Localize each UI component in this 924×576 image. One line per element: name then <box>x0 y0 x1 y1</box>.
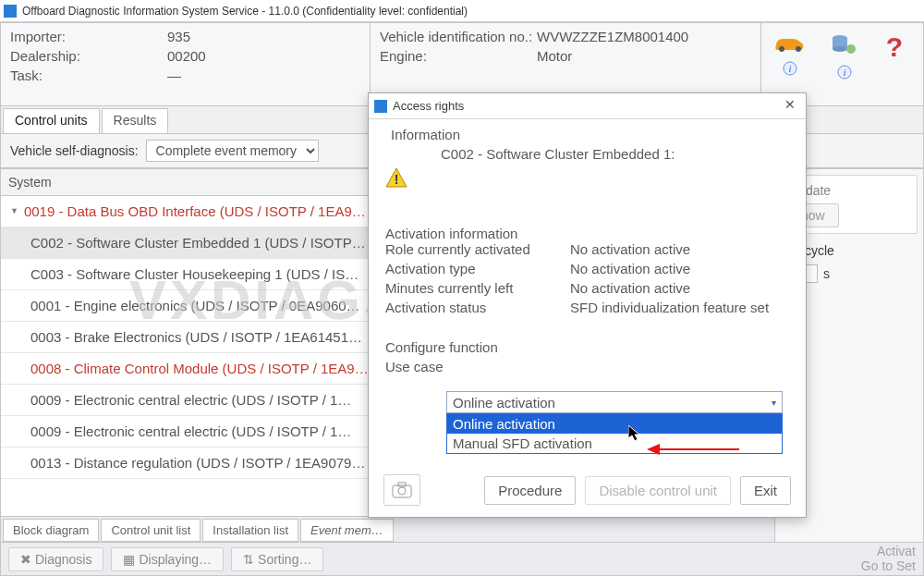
dialog-footer: Procedure Disable control unit Exit <box>369 474 806 506</box>
svg-point-6 <box>833 46 847 52</box>
svg-point-14 <box>398 487 406 495</box>
lower-tab-bar: Block diagram Control unit list Installa… <box>1 516 774 542</box>
diagnosis-mode-dropdown[interactable]: Complete event memory <box>146 140 319 162</box>
svg-text:i: i <box>844 67 846 78</box>
vin-label: Vehicle identification no.: <box>380 29 537 44</box>
information-line: C002 - Software Cluster Embedded 1: <box>441 146 789 162</box>
displaying-button[interactable]: ▦ Displaying… <box>111 547 224 571</box>
self-diagnosis-label: Vehicle self-diagnosis: <box>10 143 139 158</box>
astatus-label: Activation status <box>385 300 570 315</box>
exit-button[interactable]: Exit <box>740 476 791 505</box>
atype-label: Activation type <box>385 261 570 276</box>
svg-point-1 <box>796 46 801 52</box>
svg-point-7 <box>846 44 856 54</box>
access-rights-dialog: Access rights ✕ Information C002 - Softw… <box>368 92 807 518</box>
dialog-info-section: Information C002 - Software Cluster Embe… <box>369 119 806 198</box>
sort-icon: ⇅ <box>243 552 254 567</box>
tab-control-units[interactable]: Control units <box>3 108 100 133</box>
importer-value: 935 <box>167 29 360 44</box>
diagnosis-button[interactable]: ✖ Diagnosis <box>8 547 103 571</box>
info-icon[interactable]: i <box>783 61 797 79</box>
usecase-option[interactable]: Online activation <box>447 414 782 434</box>
activate-windows-hint: Activat Go to Set <box>861 545 916 573</box>
titlebar: Offboard Diagnostic Information System S… <box>0 0 924 22</box>
sorting-button[interactable]: ⇅ Sorting… <box>231 547 323 571</box>
engine-label: Engine: <box>380 48 537 64</box>
car-icon[interactable] <box>773 32 807 55</box>
cycle-unit: s <box>823 266 830 281</box>
dealership-value: 00200 <box>167 48 360 64</box>
disable-cu-button: Disable control unit <box>585 476 731 505</box>
chevron-down-icon: ▾ <box>772 398 776 408</box>
role-label: Role currently activated <box>385 241 570 257</box>
cycle-label: cycle <box>805 243 834 258</box>
dialog-title: Access rights <box>393 99 464 113</box>
tab-block-diagram[interactable]: Block diagram <box>3 519 99 542</box>
dialog-app-icon <box>374 100 387 113</box>
tab-installation-list[interactable]: Installation list <box>202 519 298 542</box>
svg-marker-18 <box>647 444 660 455</box>
dialog-titlebar[interactable]: Access rights ✕ <box>369 93 806 119</box>
mouse-cursor-icon <box>628 425 641 442</box>
titlebar-text: Offboard Diagnostic Information System S… <box>22 5 468 18</box>
database-icon[interactable] <box>831 32 858 59</box>
info-icon-2[interactable]: i <box>837 65 852 82</box>
mins-value: No activation active <box>570 280 789 296</box>
usecase-label: Use case <box>385 359 444 374</box>
activation-header: Activation information <box>385 226 789 241</box>
role-value: No activation active <box>570 241 789 257</box>
atype-value: No activation active <box>570 261 789 276</box>
mins-label: Minutes currently left <box>385 280 570 296</box>
cross-icon: ✖ <box>20 552 31 567</box>
procedure-button[interactable]: Procedure <box>484 476 576 505</box>
svg-point-0 <box>779 46 784 52</box>
svg-text:!: ! <box>395 172 399 187</box>
configure-header: Configure function <box>385 339 789 355</box>
app-icon <box>4 5 17 18</box>
screenshot-button[interactable] <box>383 474 420 506</box>
grid-icon: ▦ <box>123 552 135 567</box>
svg-marker-16 <box>628 425 639 441</box>
task-label: Task: <box>10 67 167 83</box>
svg-text:i: i <box>789 63 792 74</box>
task-value: — <box>167 67 360 83</box>
svg-text:?: ? <box>886 32 903 62</box>
red-arrow-annotation <box>647 440 730 459</box>
top-left-box: Importer: 935 Dealership: 00200 Task: — <box>1 23 371 105</box>
warning-icon: ! <box>385 167 406 188</box>
help-icon[interactable]: ? <box>883 32 911 65</box>
footer-bar: ✖ Diagnosis ▦ Displaying… ⇅ Sorting… Act… <box>1 542 923 575</box>
vin-value: WVWZZZE1ZM8001400 <box>537 29 751 44</box>
usecase-selected: Online activation <box>453 395 555 411</box>
dealership-label: Dealership: <box>10 48 167 64</box>
configure-section: Configure function Use case <box>369 323 806 382</box>
tab-results[interactable]: Results <box>102 108 169 133</box>
astatus-value: SFD individualization feature set <box>570 300 789 315</box>
engine-value: Motor <box>537 48 751 64</box>
close-icon[interactable]: ✕ <box>780 97 800 116</box>
activation-section: Activation information Role currently ac… <box>369 198 806 323</box>
tab-event-memory[interactable]: Event mem… <box>300 519 394 542</box>
tab-control-unit-list[interactable]: Control unit list <box>101 519 201 542</box>
importer-label: Importer: <box>10 29 167 44</box>
information-label: Information <box>391 127 789 142</box>
camera-icon <box>392 482 412 498</box>
usecase-input[interactable]: Online activation ▾ <box>446 391 783 413</box>
